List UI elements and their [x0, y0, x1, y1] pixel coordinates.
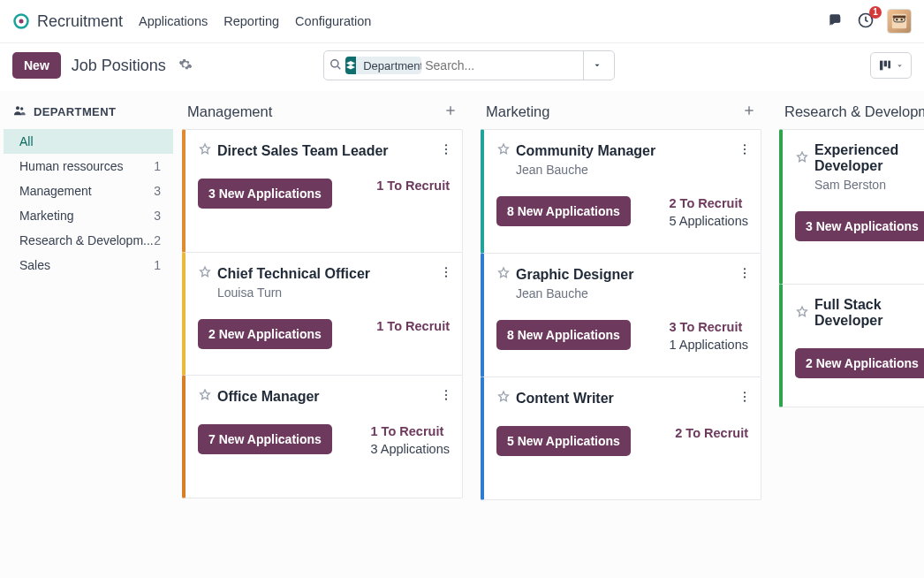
job-card[interactable]: Content Writer5 New Applications2 To Rec…: [481, 376, 761, 500]
gear-icon[interactable]: [178, 57, 193, 74]
activities-icon[interactable]: 1: [857, 11, 875, 32]
column-add-button[interactable]: [742, 103, 756, 120]
column-header: Research & Development: [779, 100, 924, 129]
star-icon[interactable]: [496, 390, 511, 407]
stat-to-recruit[interactable]: 1 To Recruit: [376, 179, 450, 193]
star-icon[interactable]: [496, 142, 511, 159]
card-title: Full Stack Developer: [814, 297, 924, 329]
column-header: Management: [182, 100, 463, 129]
stat-to-recruit[interactable]: 2 To Recruit: [670, 196, 748, 210]
svg-point-4: [896, 19, 897, 20]
sidebar-item-research-developm-[interactable]: Research & Developm...2: [4, 228, 173, 253]
star-icon[interactable]: [198, 142, 212, 159]
star-icon[interactable]: [795, 150, 809, 167]
sidebar-item-label: Marketing: [19, 209, 73, 223]
stat-applications[interactable]: 5 Applications: [670, 214, 748, 228]
stat-applications[interactable]: 1 Applications: [670, 338, 748, 352]
card-menu-icon[interactable]: [738, 142, 752, 159]
column-title[interactable]: Management: [187, 103, 272, 120]
users-icon: [12, 103, 27, 120]
page-title[interactable]: Job Positions: [72, 57, 166, 75]
sidebar-title: DEPARTMENT: [34, 105, 116, 118]
sidebar-item-all[interactable]: All: [4, 129, 173, 154]
column-title[interactable]: Research & Development: [784, 103, 924, 120]
svg-point-30: [744, 400, 746, 402]
card-menu-icon[interactable]: [738, 390, 752, 407]
sidebar: DEPARTMENT AllHuman ressources1Managemen…: [0, 91, 177, 578]
star-icon[interactable]: [496, 266, 511, 283]
job-card[interactable]: Graphic DesignerJean Bauche8 New Applica…: [481, 253, 761, 377]
filter-chip-department: Department ×: [345, 57, 421, 74]
new-applications-button[interactable]: 3 New Applications: [198, 179, 332, 209]
stat-to-recruit[interactable]: 2 To Recruit: [675, 426, 748, 440]
card-menu-icon[interactable]: [439, 265, 453, 282]
card-menu-icon[interactable]: [439, 388, 453, 405]
svg-point-27: [744, 277, 746, 278]
sidebar-item-marketing[interactable]: Marketing3: [4, 203, 173, 228]
svg-point-12: [20, 107, 23, 110]
new-applications-button[interactable]: 3 New Applications: [795, 211, 924, 241]
search-icon: [329, 58, 342, 73]
job-card[interactable]: Community ManagerJean Bauche8 New Applic…: [481, 129, 761, 254]
new-button[interactable]: New: [12, 52, 61, 79]
card-title: Community Manager: [516, 143, 655, 159]
view-switcher[interactable]: [870, 52, 912, 79]
stat-to-recruit[interactable]: 3 To Recruit: [670, 320, 748, 334]
job-card[interactable]: Office Manager7 New Applications1 To Rec…: [182, 375, 463, 498]
svg-point-5: [901, 19, 903, 20]
app-title[interactable]: Recruitment: [37, 12, 123, 31]
sidebar-item-label: Research & Developm...: [19, 233, 154, 247]
nav-links: Applications Reporting Configuration: [139, 14, 371, 28]
sidebar-item-management[interactable]: Management3: [4, 179, 173, 203]
job-card[interactable]: Chief Technical OfficerLouisa Turn2 New …: [182, 252, 463, 376]
column-research-development: Research & DevelopmentExperienced Develo…: [779, 100, 924, 568]
job-card[interactable]: Direct Sales Team Leader3 New Applicatio…: [182, 129, 463, 253]
user-avatar[interactable]: [887, 9, 912, 34]
job-card[interactable]: Experienced DeveloperSam Berston3 New Ap…: [779, 129, 924, 285]
card-title: Office Manager: [217, 389, 320, 405]
card-menu-icon[interactable]: [439, 142, 453, 159]
svg-rect-8: [880, 61, 882, 71]
card-title: Graphic Designer: [516, 267, 633, 283]
sidebar-item-count: 2: [154, 233, 161, 247]
search-input[interactable]: [425, 58, 579, 72]
new-applications-button[interactable]: 7 New Applications: [198, 424, 332, 454]
search-dropdown-toggle[interactable]: [583, 51, 610, 80]
star-icon[interactable]: [198, 265, 212, 282]
search-bar[interactable]: Department ×: [323, 50, 615, 80]
stat-to-recruit[interactable]: 1 To Recruit: [371, 424, 450, 438]
nav-applications[interactable]: Applications: [139, 14, 208, 28]
card-title: Chief Technical Officer: [217, 266, 370, 282]
svg-point-26: [744, 272, 746, 274]
sidebar-item-label: Sales: [19, 258, 50, 272]
new-applications-button[interactable]: 2 New Applications: [198, 319, 332, 349]
stat-to-recruit[interactable]: 1 To Recruit: [376, 319, 450, 333]
sidebar-item-count: 3: [154, 209, 161, 223]
column-title[interactable]: Marketing: [486, 103, 549, 120]
star-icon[interactable]: [198, 388, 212, 405]
messages-icon[interactable]: [827, 11, 844, 32]
svg-point-24: [744, 153, 746, 155]
nav-configuration[interactable]: Configuration: [295, 14, 371, 28]
card-menu-icon[interactable]: [738, 266, 752, 283]
new-applications-button[interactable]: 8 New Applications: [496, 320, 631, 350]
star-icon[interactable]: [795, 305, 809, 322]
card-subtitle: Jean Bauche: [516, 163, 748, 177]
control-bar: New Job Positions Department ×: [0, 43, 924, 91]
sidebar-item-human-ressources[interactable]: Human ressources1: [4, 154, 173, 179]
column-header: Marketing: [481, 100, 761, 129]
card-stats: 1 To Recruit: [376, 319, 450, 333]
top-nav: Recruitment Applications Reporting Confi…: [0, 0, 924, 43]
card-subtitle: Louisa Turn: [217, 285, 450, 300]
new-applications-button[interactable]: 2 New Applications: [795, 348, 924, 378]
new-applications-button[interactable]: 5 New Applications: [496, 426, 631, 456]
card-stats: 1 To Recruit3 Applications: [371, 424, 450, 456]
sidebar-item-sales[interactable]: Sales1: [4, 253, 173, 278]
job-card[interactable]: Full Stack Developer2 New Applications1 …: [779, 284, 924, 407]
new-applications-button[interactable]: 8 New Applications: [496, 196, 631, 226]
stat-applications[interactable]: 3 Applications: [371, 442, 450, 456]
svg-point-22: [744, 144, 746, 146]
column-add-button[interactable]: [443, 103, 458, 120]
nav-reporting[interactable]: Reporting: [223, 14, 279, 28]
card-stats: 1 To Recruit: [376, 179, 450, 193]
